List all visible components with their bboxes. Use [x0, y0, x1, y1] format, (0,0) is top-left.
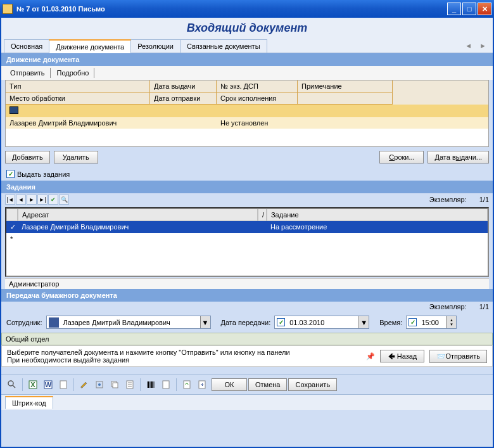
minimize-button[interactable]: _	[447, 3, 461, 15]
attach-icon[interactable]	[92, 378, 106, 392]
info-text: Выберите получателей документа и нажмите…	[7, 349, 361, 364]
transfer-date-label: Дата передачи:	[221, 319, 271, 326]
back-button[interactable]: 🡸 Назад	[380, 350, 424, 362]
page-title: Входящий документ	[1, 18, 493, 39]
issue-date-button[interactable]: Дата выдачи...	[428, 151, 489, 163]
section-tasks-header: Задания	[1, 181, 493, 193]
word-icon[interactable]: W	[41, 378, 55, 392]
task-row[interactable]: ✓ Лазарев Дмитрий Владимирович На рассмо…	[6, 221, 488, 233]
maximize-button[interactable]: □	[462, 3, 476, 15]
copy-icon[interactable]	[108, 378, 122, 392]
counter-label: Экземпляр:	[429, 196, 467, 203]
tab-next[interactable]: ►	[476, 41, 490, 51]
col-issue-date[interactable]: Дата выдачи	[150, 80, 217, 93]
edit-icon[interactable]	[77, 378, 91, 392]
svg-rect-6	[60, 381, 66, 388]
window-title: № 7 от 01.03.2010 Письмо	[16, 5, 447, 13]
sort-icon[interactable]: /	[258, 208, 267, 221]
issue-tasks-checkbox[interactable]: ✓	[6, 170, 15, 178]
transfer-date-input[interactable]: ✓ 01.03.2010 ▼	[274, 316, 369, 329]
tab-main[interactable]: Основная	[4, 39, 49, 53]
col-task[interactable]: Задание	[267, 208, 488, 221]
section-movement-header: Движение документа	[1, 53, 493, 66]
person-icon	[10, 106, 18, 114]
issue-tasks-label: Выдать задания	[17, 170, 70, 178]
date-checkbox[interactable]: ✓	[277, 318, 285, 326]
nav-next[interactable]: ►	[27, 195, 37, 205]
check-icon: ✓	[6, 221, 18, 233]
chevron-down-icon[interactable]: ▼	[200, 316, 210, 328]
svg-point-0	[8, 381, 13, 386]
nav-last[interactable]: ►|	[37, 195, 48, 205]
excel-icon[interactable]: X	[26, 378, 40, 392]
tab-prev[interactable]: ◄	[461, 41, 476, 51]
add-button[interactable]: Добавить	[5, 151, 50, 163]
col-copy-num[interactable]: № экз. ДСП	[217, 80, 298, 93]
close-button[interactable]: ✕	[478, 3, 491, 15]
counter-value-2: 1/1	[479, 303, 489, 310]
bottom-toolbar: X W ОК Отмена Сохранить	[1, 374, 493, 394]
nav-prev[interactable]: ◄	[16, 195, 26, 205]
send-button[interactable]: 📨Отправить	[429, 350, 487, 363]
app-icon	[3, 4, 13, 14]
save-button[interactable]: Сохранить	[288, 378, 337, 391]
subtab-details[interactable]: Подробно	[52, 68, 95, 78]
svg-text:W: W	[45, 381, 52, 388]
sheet-icon[interactable]	[159, 378, 173, 392]
status-line: Администратор	[5, 278, 489, 289]
export-icon[interactable]	[195, 378, 209, 392]
person-icon	[49, 317, 59, 328]
grid-row[interactable]	[6, 105, 488, 117]
list-icon[interactable]	[123, 378, 137, 392]
col-location[interactable]: Место обработки	[6, 93, 150, 105]
nav-first[interactable]: |◄	[5, 195, 15, 205]
counter-label-2: Экземпляр:	[429, 303, 467, 310]
svg-text:X: X	[30, 381, 35, 388]
barcode-icon[interactable]	[144, 378, 158, 392]
doc-icon[interactable]	[56, 378, 70, 392]
tab-barcode[interactable]: Штрих-код	[5, 396, 53, 409]
employee-label: Сотрудник:	[6, 319, 42, 326]
ok-button[interactable]: ОК	[212, 378, 247, 391]
tab-related[interactable]: Связанные документы	[180, 39, 267, 53]
search-icon[interactable]	[5, 378, 19, 392]
counter-value: 1/1	[479, 196, 489, 203]
titlebar: № 7 от 01.03.2010 Письмо _ □ ✕	[0, 0, 494, 18]
col-deadline[interactable]: Срок исполнения	[217, 93, 298, 105]
svg-line-1	[13, 385, 15, 388]
col-addressee[interactable]: Адресат	[18, 208, 258, 221]
spinner-icon[interactable]: ▲▼	[446, 316, 456, 328]
cancel-button[interactable]: Отмена	[248, 378, 287, 391]
col-type[interactable]: Тип	[6, 80, 150, 93]
time-checkbox[interactable]: ✓	[408, 318, 417, 326]
section-transfer-header: Передача бумажного документа	[1, 289, 493, 302]
tabbar: Основная Движение документа Резолюции Св…	[1, 39, 493, 53]
employee-dropdown[interactable]: Лазарев Дмитрий Владимирович ▼	[46, 316, 211, 329]
confirm-icon[interactable]: ✔	[48, 195, 58, 205]
movement-grid: Тип Дата выдачи № экз. ДСП Примечание Ме…	[5, 80, 489, 147]
department-label: Общий отдел	[1, 333, 493, 345]
svg-rect-20	[163, 381, 169, 388]
terms-button[interactable]: Сроки...	[379, 151, 424, 163]
tab-resolutions[interactable]: Резолюции	[130, 39, 180, 53]
col-send-date[interactable]: Дата отправки	[150, 93, 217, 105]
svg-rect-10	[113, 383, 118, 388]
chevron-down-icon[interactable]: ▼	[358, 316, 369, 328]
grid-row[interactable]: Лазарев Дмитрий Владимирович Не установл…	[6, 117, 488, 129]
zoom-icon[interactable]: 🔍	[59, 195, 69, 205]
delete-button[interactable]: Удалить	[54, 151, 98, 163]
task-table: Адресат / Задание ✓ Лазарев Дмитрий Влад…	[5, 207, 489, 277]
time-label: Время:	[379, 319, 402, 326]
tab-movement[interactable]: Движение документа	[49, 39, 131, 53]
col-note[interactable]: Примечание	[298, 80, 393, 93]
refresh-icon[interactable]	[180, 378, 194, 392]
svg-rect-21	[184, 381, 190, 388]
time-input[interactable]: ✓ 15:00 ▲▼	[406, 316, 457, 329]
svg-point-8	[98, 383, 101, 386]
subtab-send[interactable]: Отправить	[5, 68, 51, 78]
pin-icon[interactable]: 📌	[366, 352, 375, 361]
task-row-empty[interactable]: *	[6, 233, 488, 245]
